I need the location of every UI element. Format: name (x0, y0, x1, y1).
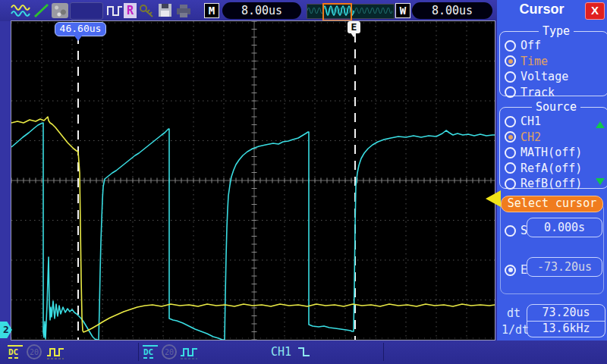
window-timebase-readout: 8.00us (412, 2, 492, 19)
source-option-mathoff[interactable]: MATH(off) (505, 145, 607, 161)
ch2-probe-icon[interactable] (179, 343, 199, 361)
dt-label: dt (507, 306, 521, 320)
ch1-bandwidth-icon[interactable]: 20 (26, 343, 44, 361)
ch2-bandwidth-icon[interactable]: 20 (161, 343, 179, 361)
scroll-up-icon[interactable] (596, 121, 605, 128)
radio-label: Off (521, 39, 541, 52)
type-option-off[interactable]: Off (505, 38, 607, 54)
print-icon[interactable] (175, 2, 192, 19)
radio-label: Track (521, 86, 555, 99)
oscilloscope-screen: R M 8.00us W 8.00us 46.60us E 2 Curs (0, 0, 607, 364)
cursor-e-value: -73.20us (527, 257, 602, 277)
radio-label: MATH(off) (521, 146, 582, 159)
preview-window-box[interactable] (322, 3, 352, 21)
source-group-legend: Source (532, 100, 580, 114)
waveform-preview-strip (307, 4, 395, 19)
radio-icon (505, 86, 516, 98)
run-status-icon[interactable]: R (124, 3, 137, 18)
cursor-menu-panel: Cursor X Type OffTimeVoltageTrack Source… (497, 0, 607, 364)
type-option-track[interactable]: Track (505, 85, 607, 101)
blank-slot (70, 2, 103, 20)
radio-label: CH1 (521, 115, 541, 128)
source-group: Source CH1CH2MATH(off)RefA(off)RefB(off) (499, 100, 607, 189)
cursor-s-radio[interactable]: S (505, 223, 527, 239)
inv-dt-label: 1/dt (502, 323, 529, 337)
radio-label: Time (521, 55, 548, 68)
radio-label: RefA(off) (521, 162, 582, 175)
radio-icon (505, 225, 516, 237)
type-group-legend: Type (539, 24, 574, 38)
ch2-trace (11, 123, 495, 340)
radio-label: CH2 (521, 130, 541, 144)
trigger-source-label: CH1 (271, 345, 291, 359)
cursor-e-radio[interactable]: E (505, 262, 527, 278)
source-option-ch1[interactable]: CH1 (505, 114, 607, 130)
panel-title: Cursor (497, 2, 587, 17)
pulse-icon[interactable] (106, 2, 124, 19)
main-timebase-badge: M (204, 3, 219, 18)
scroll-down-icon[interactable] (596, 178, 605, 185)
window-timebase-badge: W (395, 3, 410, 18)
waveform-display (11, 21, 495, 340)
inv-dt-value: 13.6kHz (527, 321, 605, 337)
source-option-refboff[interactable]: RefB(off) (505, 176, 607, 192)
ch1-coupling-icon[interactable]: DC (6, 343, 24, 361)
radio-icon (505, 71, 516, 83)
svg-text:20: 20 (165, 348, 174, 356)
dt-value: 73.20us (527, 304, 605, 322)
radio-icon (505, 116, 516, 127)
image-icon[interactable] (52, 3, 68, 18)
svg-text:DC: DC (143, 347, 153, 357)
cursor-s-label: 46.60us (55, 22, 106, 36)
radio-label: Voltage (521, 70, 568, 83)
type-option-voltage[interactable]: Voltage (505, 69, 607, 85)
close-icon[interactable]: X (585, 2, 605, 20)
ch1-probe-icon[interactable] (46, 343, 65, 361)
svg-text:20: 20 (30, 348, 39, 356)
type-group: Type OffTimeVoltageTrack (499, 24, 607, 96)
radio-icon (505, 55, 516, 67)
cursor-values-box (500, 203, 604, 294)
radio-icon (505, 162, 516, 174)
falling-edge-icon (297, 344, 312, 359)
cursor-s-value: 0.000s (527, 218, 602, 237)
source-option-ch2[interactable]: CH2 (505, 130, 607, 146)
svg-text:DC: DC (8, 347, 18, 357)
radio-icon (505, 147, 516, 158)
line-icon[interactable] (33, 2, 50, 19)
channels-icon[interactable] (11, 2, 30, 19)
radio-icon (505, 178, 516, 190)
radio-icon (505, 131, 516, 143)
radio-icon (505, 40, 516, 52)
ch2-coupling-icon[interactable]: DC (141, 343, 159, 361)
key-icon[interactable] (139, 2, 156, 19)
save-icon[interactable] (157, 2, 174, 19)
graticule-area (11, 20, 495, 340)
radio-label: RefB(off) (521, 177, 582, 190)
cursor-e-marker: E (348, 21, 360, 33)
status-bar: DC 20 1.00V DC 20 1.00V CH1 (0, 340, 607, 364)
source-option-refaoff[interactable]: RefA(off) (505, 161, 607, 177)
type-option-time[interactable]: Time (505, 54, 607, 70)
select-cursor-button[interactable]: Select cursor (501, 196, 603, 212)
main-timebase-readout: 8.00us (222, 2, 301, 19)
radio-icon (505, 265, 516, 276)
